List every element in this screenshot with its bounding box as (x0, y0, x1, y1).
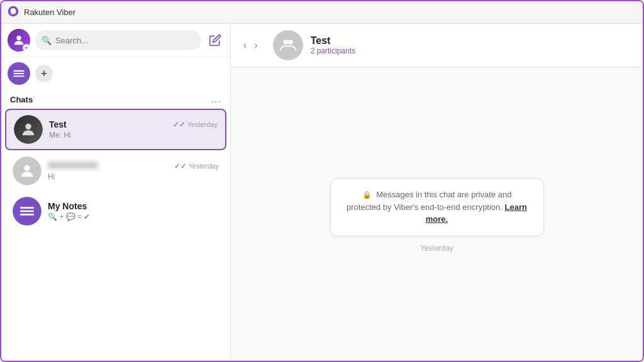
chat-item-mynotes[interactable]: My Notes 🔍 + 💬 = ✔ (5, 192, 226, 231)
svg-point-11 (288, 40, 293, 45)
chat-header-participants: 2 participants (311, 47, 355, 55)
chat-preview-mynotes: 🔍 + 💬 = ✔ (48, 212, 219, 221)
chat-avatar-blurred (13, 156, 42, 185)
svg-point-5 (25, 124, 31, 129)
app-title: Rakuten Viber (24, 8, 75, 17)
search-input[interactable] (55, 36, 195, 45)
chat-avatar-mynotes (13, 197, 42, 226)
group-avatar (273, 30, 303, 60)
yesterday-label: Yesterday (420, 244, 453, 253)
chat-list: Test ✓✓ Yesterday Me: Hi (1, 107, 230, 362)
chat-area: ‹ › Test 2 participants 🔒 Messages in th… (231, 24, 643, 362)
avatar-dropdown-icon: ▼ (23, 44, 30, 52)
search-icon: 🔍 (42, 36, 52, 45)
chat-preview-test: Me: Hi (49, 131, 218, 140)
compose-button[interactable] (206, 31, 224, 49)
chats-label: Chats (10, 95, 33, 104)
svg-point-6 (24, 165, 30, 171)
nav-buttons: ‹ › (241, 37, 260, 53)
main-layout: ▼ 🔍 + (1, 24, 643, 362)
encryption-notice: 🔒 Messages in this chat are private and … (330, 178, 544, 236)
sidebar: ▼ 🔍 + (1, 24, 231, 362)
chats-more-button[interactable]: ... (211, 94, 221, 105)
chat-name-mynotes: My Notes (48, 201, 87, 211)
chat-name-test: Test (49, 119, 67, 129)
chat-header-info: Test 2 participants (311, 35, 355, 55)
chat-avatar-test (14, 115, 43, 144)
chat-content-test: Test ✓✓ Yesterday Me: Hi (49, 119, 218, 140)
chat-header-name: Test (311, 35, 355, 47)
chat-header: ‹ › Test 2 participants (231, 24, 643, 67)
svg-point-1 (16, 36, 21, 40)
viber-logo-icon (8, 6, 19, 19)
search-box: 🔍 (35, 30, 201, 50)
chat-time-test: ✓✓ Yesterday (173, 120, 218, 129)
menu-icon-button[interactable] (8, 62, 30, 85)
titlebar: Rakuten Viber (1, 1, 643, 24)
chat-item-blurred[interactable]: ✓✓ Yesterday Hi (5, 151, 226, 190)
forward-button[interactable]: › (252, 37, 260, 53)
user-avatar-button[interactable]: ▼ (8, 29, 30, 52)
chat-content-blurred: ✓✓ Yesterday Hi (48, 161, 219, 181)
chat-item-test[interactable]: Test ✓✓ Yesterday Me: Hi (5, 109, 226, 150)
chat-name-blurred (48, 161, 98, 171)
chat-content-mynotes: My Notes 🔍 + 💬 = ✔ (48, 201, 219, 221)
chat-time-blurred: ✓✓ Yesterday (174, 162, 219, 170)
chats-header: Chats ... (1, 90, 230, 107)
chat-preview-blurred: Hi (48, 172, 219, 181)
add-button[interactable]: + (35, 65, 53, 82)
sidebar-top: ▼ 🔍 (1, 24, 230, 57)
svg-point-10 (283, 40, 288, 45)
action-row: + (1, 57, 230, 90)
messages-area: 🔒 Messages in this chat are private and … (231, 67, 643, 362)
back-button[interactable]: ‹ (241, 37, 249, 53)
lock-icon: 🔒 (362, 190, 372, 199)
